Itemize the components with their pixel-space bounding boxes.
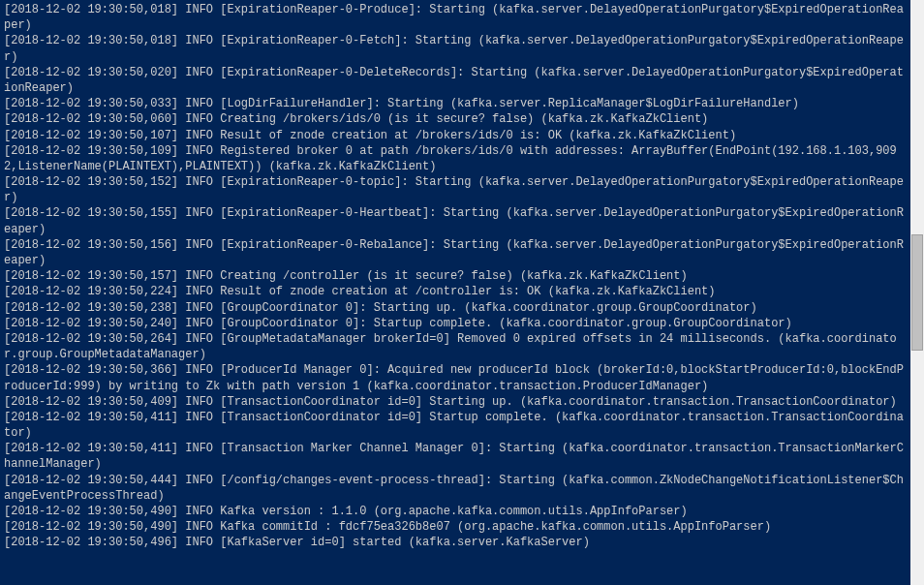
terminal-output[interactable]: [2018-12-02 19:30:50,018] INFO [Expirati…	[0, 0, 910, 585]
log-line: [2018-12-02 19:30:50,020] INFO [Expirati…	[4, 65, 907, 96]
log-line: [2018-12-02 19:30:50,264] INFO [GroupMet…	[4, 331, 907, 362]
log-line: [2018-12-02 19:30:50,033] INFO [LogDirFa…	[4, 96, 907, 111]
vertical-scrollbar[interactable]	[910, 0, 924, 585]
log-line: [2018-12-02 19:30:50,444] INFO [/config/…	[4, 473, 907, 504]
log-line: [2018-12-02 19:30:50,156] INFO [Expirati…	[4, 237, 907, 268]
log-line: [2018-12-02 19:30:50,109] INFO Registere…	[4, 143, 907, 174]
log-line: [2018-12-02 19:30:50,224] INFO Result of…	[4, 284, 907, 299]
log-line: [2018-12-02 19:30:50,107] INFO Result of…	[4, 128, 907, 143]
log-line: [2018-12-02 19:30:50,490] INFO Kafka com…	[4, 519, 907, 535]
log-line: [2018-12-02 19:30:50,411] INFO [Transact…	[4, 441, 907, 472]
log-line: [2018-12-02 19:30:50,409] INFO [Transact…	[4, 394, 907, 410]
log-line: [2018-12-02 19:30:50,018] INFO [Expirati…	[4, 33, 907, 64]
log-line: [2018-12-02 19:30:50,411] INFO [Transact…	[4, 410, 907, 441]
log-line: [2018-12-02 19:30:50,240] INFO [GroupCoo…	[4, 316, 907, 331]
log-line: [2018-12-02 19:30:50,157] INFO Creating …	[4, 268, 907, 284]
log-line: [2018-12-02 19:30:50,155] INFO [Expirati…	[4, 205, 907, 236]
log-line: [2018-12-02 19:30:50,060] INFO Creating …	[4, 111, 907, 127]
log-line: [2018-12-02 19:30:50,496] INFO [KafkaSer…	[4, 535, 907, 550]
log-line: [2018-12-02 19:30:50,490] INFO Kafka ver…	[4, 504, 907, 519]
log-line: [2018-12-02 19:30:50,238] INFO [GroupCoo…	[4, 300, 907, 316]
scrollbar-thumb[interactable]	[911, 234, 923, 351]
log-line: [2018-12-02 19:30:50,152] INFO [Expirati…	[4, 174, 907, 205]
log-line: [2018-12-02 19:30:50,366] INFO [Producer…	[4, 362, 907, 393]
log-line: [2018-12-02 19:30:50,018] INFO [Expirati…	[4, 2, 907, 33]
